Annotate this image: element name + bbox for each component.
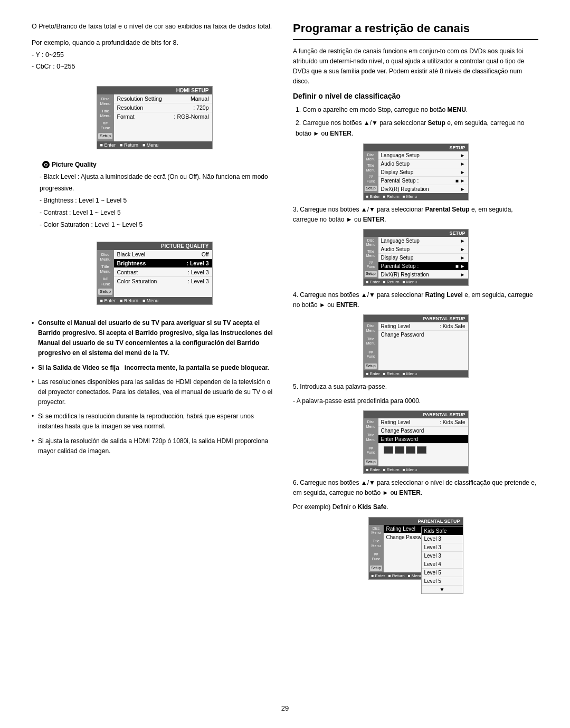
- bullet-4-text: Si se modifica la resolución durante la …: [38, 413, 254, 430]
- pq-contrast-value: : Level 3: [188, 269, 209, 275]
- setup-menu-1-title: SETUP: [364, 144, 468, 151]
- sm2-audio-arrow: ►: [460, 246, 466, 252]
- pb3-title: PARENTAL SETUP: [369, 518, 463, 525]
- sm2-row-language: Language Setup ►: [378, 237, 468, 245]
- pb2-rows: Rating Level : Kids Safe Change Password…: [378, 418, 468, 466]
- sm2-audio-label: Audio Setup: [381, 246, 410, 252]
- dropdown-level-5a[interactable]: Level 5: [422, 569, 463, 577]
- sm1-display-arrow: ►: [460, 169, 466, 175]
- pb3-icon-setup[interactable]: Setup: [370, 566, 382, 571]
- pb2-body: DiscMenu TitleMenu ##Func Setup Rating L…: [364, 418, 468, 466]
- hdmi-icons-col: DiscMenu TitleMenu ##Func Setup: [97, 94, 114, 141]
- dropdown-level-3a[interactable]: Level 3: [422, 535, 463, 543]
- pb1-rows: Rating Level : Kids Safe Change Password: [378, 322, 468, 370]
- sm1-lang-label: Language Setup: [381, 152, 420, 158]
- sm1-audio-label: Audio Setup: [381, 161, 410, 167]
- pb1-icon-setup[interactable]: Setup: [365, 363, 376, 369]
- pb3-rating-label: Rating Level: [386, 526, 416, 532]
- sm2-lang-label: Language Setup: [381, 238, 420, 244]
- bullet-1-text: Consulte el Manual del usuario de su TV …: [38, 319, 273, 357]
- pb3-icons: DiscMenu TitleMenu ##Func Setup: [369, 525, 384, 573]
- pq-colorsaturation-label: Color Saturation: [117, 278, 157, 284]
- pq-footer-return: ■ Return: [120, 298, 138, 303]
- dropdown-level-5b[interactable]: Level 5: [422, 577, 463, 586]
- pb2-row-enter-pw[interactable]: Enter Password: [378, 435, 468, 444]
- pb1-title: PARENTAL SETUP: [364, 315, 468, 322]
- pb2-rating-label: Rating Level: [381, 419, 411, 425]
- sm1-icon-function: ##Func: [367, 175, 375, 184]
- pq-row-contrast: Contrast : Level 3: [114, 268, 212, 277]
- pb2-rating-value: : Kids Safe: [440, 419, 465, 425]
- sm1-divx-arrow: ►: [460, 186, 466, 192]
- pq-row-brightness[interactable]: Brightness : Level 3: [114, 259, 212, 268]
- pq-brightness-label: Brightness: [117, 260, 146, 266]
- sm2-row-display: Display Setup ►: [378, 254, 468, 262]
- hdmi-icon-setup[interactable]: Setup: [98, 133, 112, 139]
- parental-box-3-container: PARENTAL SETUP DiscMenu TitleMenu ##Func…: [293, 517, 538, 580]
- hdmi-footer-enter: ■ Enter: [100, 142, 116, 148]
- pq-box-title: PICTURE QUALITY: [97, 242, 212, 250]
- sm1-rows: Language Setup ► Audio Setup ► Display S…: [378, 151, 468, 193]
- sm1-row-parental: Parental Setup : ■ ►: [378, 177, 468, 185]
- dropdown-scroll-down[interactable]: ▼: [422, 586, 463, 593]
- pb2-title: PARENTAL SETUP: [364, 411, 468, 418]
- setup-menu-2-title: SETUP: [364, 229, 468, 237]
- hdmi-row-format: Format : RGB-Normal: [114, 112, 212, 121]
- pb1-footer-menu: ■ Menu: [403, 371, 417, 376]
- pb1-row-password: Change Password: [378, 331, 468, 339]
- pb3-footer-enter: ■ Enter: [372, 573, 385, 578]
- dropdown-level-3c[interactable]: Level 3: [422, 552, 463, 560]
- pq-contrast-label: Contrast: [117, 269, 138, 275]
- pq-item-3: - Contrast : Level 1 ~ Level 5: [40, 207, 277, 219]
- sm1-parental-arrow: ■ ►: [455, 178, 466, 184]
- steps-list: 1. Com o aparelho em modo Stop, carregue…: [293, 104, 538, 139]
- hdmi-row-resolution-setting: Resolution Setting Manual: [114, 94, 212, 103]
- subsection-title: Definir o nível de classificação: [293, 92, 538, 100]
- pq-footer-enter: ■ Enter: [100, 298, 116, 303]
- sm2-icon-setup[interactable]: Setup: [365, 271, 376, 276]
- pb2-icon-setup[interactable]: Setup: [365, 459, 376, 465]
- pq-sidebar: DiscMenu TitleMenu ##Func Setup Black Le…: [97, 250, 212, 297]
- sm2-row-audio: Audio Setup ►: [378, 245, 468, 254]
- sm1-footer-return: ■ Return: [383, 194, 400, 199]
- intro-body-text: A função de restrição de canais funciona…: [293, 46, 538, 87]
- step5-text: 5. Introduza a sua palavra-passe.: [293, 382, 538, 392]
- parental-box-2-container: PARENTAL SETUP DiscMenu TitleMenu ##Func…: [293, 410, 538, 474]
- sm1-footer-menu: ■ Menu: [403, 194, 417, 199]
- hdmi-setup-title: HDMI SETUP: [97, 87, 212, 94]
- sm1-icon-setup[interactable]: Setup: [365, 186, 376, 191]
- example-line-2: - Y : 0~255: [32, 49, 277, 61]
- sm1-parental-label: Parental Setup :: [381, 178, 419, 184]
- step3-text: 3. Carregue nos botões ▲/▼ para seleccio…: [293, 205, 538, 225]
- bullet-5-text: Si ajusta la resolución de salida a HDMI…: [38, 437, 268, 455]
- pq-icon-setup[interactable]: Setup: [98, 289, 112, 295]
- pb2-icons: DiscMenu TitleMenu ##Func Setup: [364, 418, 378, 466]
- sm2-rows: Language Setup ► Audio Setup ► Display S…: [378, 237, 468, 279]
- sm2-display-label: Display Setup: [381, 255, 414, 261]
- pwd-box-1: [384, 446, 393, 454]
- pb2-footer: ■ Enter ■ Return ■ Menu: [364, 466, 468, 473]
- bullet-item-4: Si se modifica la resolución durante la …: [32, 411, 277, 432]
- hdmi-content-col: Resolution Setting Manual Resolution : 7…: [114, 94, 212, 141]
- dropdown-level-3b[interactable]: Level 3: [422, 543, 463, 552]
- hdmi-format-label: Format: [117, 113, 135, 120]
- sm2-icons: DiscMenu TitleMenu ##Func Setup: [364, 237, 378, 279]
- dropdown-kids-safe[interactable]: Kids Safe: [422, 527, 463, 535]
- dropdown-level-4[interactable]: Level 4: [422, 560, 463, 569]
- hdmi-icon-title: TitleMenu: [100, 109, 110, 119]
- pb2-row-rating: Rating Level : Kids Safe: [378, 418, 468, 427]
- pwd-box-3: [406, 446, 415, 454]
- pb1-icon-func: ##Func: [367, 350, 375, 359]
- sm2-row-parental[interactable]: Parental Setup : ■ ►: [378, 262, 468, 271]
- step6-text: 6. Carregue nos botões ▲/▼ para seleccio…: [293, 478, 538, 498]
- pb2-icon-title: TitleMenu: [366, 433, 376, 442]
- pb2-password-input: [378, 444, 468, 456]
- sm2-footer: ■ Enter ■ Return ■ Menu: [364, 279, 468, 285]
- sm1-lang-arrow: ►: [460, 152, 466, 158]
- pb1-icons: DiscMenu TitleMenu ##Func Setup: [364, 322, 378, 370]
- pq-icon-title: TitleMenu: [100, 264, 110, 274]
- section-title: Programar a restrição de canais: [293, 21, 538, 40]
- pq-icons-col: DiscMenu TitleMenu ##Func Setup: [97, 250, 114, 297]
- pq-footer: ■ Enter ■ Return ■ Menu: [97, 297, 212, 304]
- setup-menu-1-body: DiscMenu TitleMenu ##Func Setup Language…: [364, 151, 468, 193]
